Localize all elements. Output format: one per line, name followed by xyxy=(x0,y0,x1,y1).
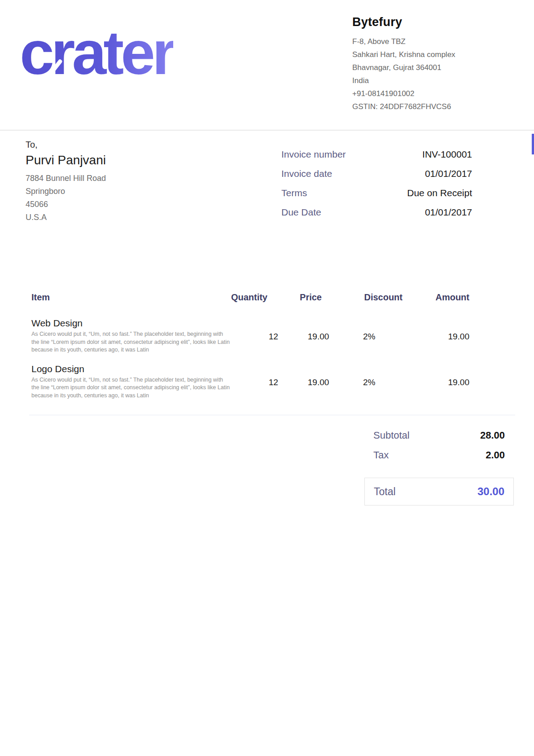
table-bottom-divider xyxy=(29,415,515,415)
item-description: As Cicero would put it, “Um, not so fast… xyxy=(31,376,231,400)
invoice-header: crater Bytefury F-8, Above TBZ Sahkari H… xyxy=(0,0,534,131)
bill-to-block: To, Purvi Panjvani 7884 Bunnel Hill Road… xyxy=(26,140,106,224)
subtotal-value: 28.00 xyxy=(480,430,505,441)
customer-address-line: Springboro xyxy=(26,185,106,198)
item-cell: Logo Design As Cicero would put it, “Um,… xyxy=(31,364,231,400)
customer-address-line: U.S.A xyxy=(26,211,106,224)
tax-label: Tax xyxy=(373,449,389,461)
company-address-line: Bhavnagar, Gujrat 364001 xyxy=(352,61,455,74)
table-row: Web Design As Cicero would put it, “Um, … xyxy=(31,318,469,354)
items-table: Item Quantity Price Discount Amount Web … xyxy=(31,292,469,409)
header-discount: Discount xyxy=(322,292,403,303)
company-phone: +91-08141901002 xyxy=(352,87,455,100)
invoice-number-row: Invoice number INV-100001 xyxy=(281,149,472,162)
company-block: Bytefury F-8, Above TBZ Sahkari Hart, Kr… xyxy=(352,15,455,113)
terms-value: Due on Receipt xyxy=(407,188,472,198)
subtotal-label: Subtotal xyxy=(373,430,410,441)
invoice-page: crater Bytefury F-8, Above TBZ Sahkari H… xyxy=(0,0,534,756)
item-quantity: 12 xyxy=(231,318,278,354)
company-name: Bytefury xyxy=(352,15,455,29)
item-discount: 2% xyxy=(329,364,407,400)
due-date-row: Due Date 01/01/2017 xyxy=(281,207,472,220)
item-name: Web Design xyxy=(31,318,231,329)
item-amount: 19.00 xyxy=(407,364,469,400)
logo-stencil-cut-icon xyxy=(211,66,228,86)
customer-name: Purvi Panjvani xyxy=(26,153,106,167)
header-quantity: Quantity xyxy=(217,292,267,303)
table-row: Logo Design As Cicero would put it, “Um,… xyxy=(31,364,469,400)
bill-to-label: To, xyxy=(26,140,106,150)
header-item: Item xyxy=(31,292,217,303)
item-cell: Web Design As Cicero would put it, “Um, … xyxy=(31,318,231,354)
terms-row: Terms Due on Receipt xyxy=(281,188,472,201)
item-amount: 19.00 xyxy=(407,318,469,354)
item-discount: 2% xyxy=(329,318,407,354)
crater-logo: crater xyxy=(20,22,231,93)
tax-value: 2.00 xyxy=(486,449,505,461)
header-price: Price xyxy=(267,292,322,303)
tax-row: Tax 2.00 xyxy=(364,449,514,463)
item-quantity: 12 xyxy=(231,364,278,400)
subtotal-row: Subtotal 28.00 xyxy=(364,430,514,443)
customer-address-line: 45066 xyxy=(26,198,106,211)
crater-logo-text: crater xyxy=(20,18,173,87)
logo-stencil-cut-icon xyxy=(39,84,55,103)
item-price: 19.00 xyxy=(278,364,329,400)
due-date-label: Due Date xyxy=(281,207,321,218)
totals-block: Subtotal 28.00 Tax 2.00 Total 30.00 xyxy=(364,430,514,505)
total-value: 30.00 xyxy=(477,485,504,498)
item-description: As Cicero would put it, “Um, not so fast… xyxy=(31,330,231,354)
company-gstin: GSTIN: 24DDF7682FHVCS6 xyxy=(352,100,455,113)
customer-address-line: 7884 Bunnel Hill Road xyxy=(26,172,106,185)
items-table-header: Item Quantity Price Discount Amount xyxy=(31,292,469,303)
right-edge-accent xyxy=(532,134,534,154)
item-name: Logo Design xyxy=(31,364,231,374)
invoice-date-value: 01/01/2017 xyxy=(425,168,472,179)
invoice-date-row: Invoice date 01/01/2017 xyxy=(281,168,472,181)
company-address-line: India xyxy=(352,74,455,87)
customer-address: 7884 Bunnel Hill Road Springboro 45066 U… xyxy=(26,172,106,224)
company-address: F-8, Above TBZ Sahkari Hart, Krishna com… xyxy=(352,35,455,113)
invoice-number-value: INV-100001 xyxy=(422,149,472,160)
company-address-line: Sahkari Hart, Krishna complex xyxy=(352,48,455,61)
invoice-date-label: Invoice date xyxy=(281,168,332,179)
terms-label: Terms xyxy=(281,188,307,198)
total-box: Total 30.00 xyxy=(364,478,514,505)
company-address-line: F-8, Above TBZ xyxy=(352,35,455,48)
header-amount: Amount xyxy=(403,292,469,303)
due-date-value: 01/01/2017 xyxy=(425,207,472,218)
invoice-number-label: Invoice number xyxy=(281,149,346,160)
item-price: 19.00 xyxy=(278,318,329,354)
invoice-meta: Invoice number INV-100001 Invoice date 0… xyxy=(281,149,472,226)
total-label: Total xyxy=(374,486,396,498)
